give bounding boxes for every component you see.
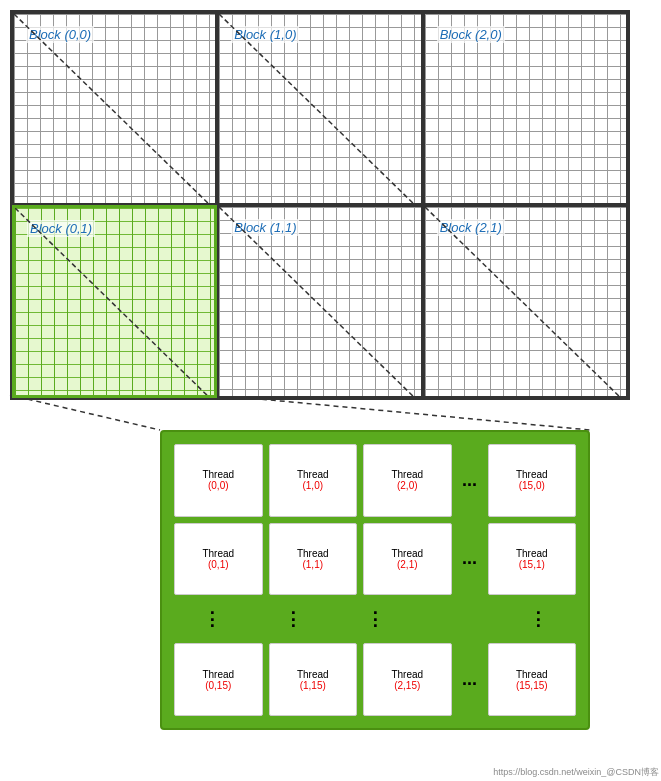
thread-1-15: Thread (1,15): [269, 643, 358, 716]
thread-2-15: Thread (2,15): [363, 643, 452, 716]
vdots-dots: [419, 601, 495, 637]
thread-hdots-1: ...: [458, 548, 482, 569]
svg-line-1: [217, 395, 590, 430]
block-1-0: Block (1,0): [217, 12, 422, 205]
thread-0-15: Thread (0,15): [174, 643, 263, 716]
block-0-0: Block (0,0): [12, 12, 217, 205]
thread-row-0: Thread (0,0) Thread (1,0) Thread (2,0) .…: [174, 444, 576, 517]
block-2-0: Block (2,0): [423, 12, 628, 205]
thread-15-0: Thread (15,0): [488, 444, 577, 517]
thread-0-1: Thread (0,1): [174, 523, 263, 596]
thread-0-0: Thread (0,0): [174, 444, 263, 517]
watermark: https://blog.csdn.net/weixin_@CSDN博客: [493, 766, 659, 779]
block-1-1-label: Block (1,1): [231, 219, 299, 236]
thread-diagram: Thread (0,0) Thread (1,0) Thread (2,0) .…: [160, 430, 590, 730]
thread-15-1: Thread (15,1): [488, 523, 577, 596]
thread-1-0: Thread (1,0): [269, 444, 358, 517]
thread-row-15: Thread (0,15) Thread (1,15) Thread (2,15…: [174, 643, 576, 716]
block-0-1: Block (0,1): [12, 205, 217, 398]
thread-row-1: Thread (0,1) Thread (1,1) Thread (2,1) .…: [174, 523, 576, 596]
block-0-1-label: Block (0,1): [27, 220, 95, 237]
thread-grid: Thread (0,0) Thread (1,0) Thread (2,0) .…: [160, 430, 590, 730]
thread-hdots-15: ...: [458, 669, 482, 690]
thread-vdots-row: ⋮ ⋮ ⋮ ⋮: [174, 601, 576, 637]
vdots-2: ⋮: [337, 601, 413, 637]
thread-2-1: Thread (2,1): [363, 523, 452, 596]
block-grid: Block (0,0) Block (1,0) Block (2,0) Bloc…: [10, 10, 630, 400]
vdots-0: ⋮: [174, 601, 250, 637]
block-2-0-label: Block (2,0): [437, 26, 505, 43]
block-0-0-label: Block (0,0): [26, 26, 94, 43]
block-1-1: Block (1,1): [217, 205, 422, 398]
thread-hdots-0: ...: [458, 470, 482, 491]
svg-line-0: [10, 395, 160, 430]
vdots-15: ⋮: [500, 601, 576, 637]
block-2-1-label: Block (2,1): [437, 219, 505, 236]
thread-15-15: Thread (15,15): [488, 643, 577, 716]
block-1-0-label: Block (1,0): [231, 26, 299, 43]
vdots-1: ⋮: [256, 601, 332, 637]
block-2-1: Block (2,1): [423, 205, 628, 398]
thread-2-0: Thread (2,0): [363, 444, 452, 517]
thread-1-1: Thread (1,1): [269, 523, 358, 596]
grid-diagram: Block (0,0) Block (1,0) Block (2,0) Bloc…: [10, 10, 640, 400]
